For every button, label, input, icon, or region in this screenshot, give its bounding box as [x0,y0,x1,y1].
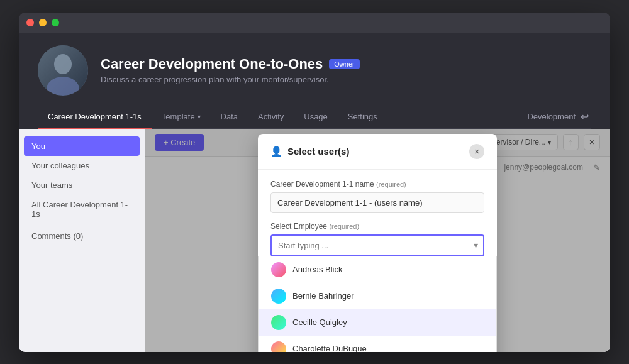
tab-career-dev[interactable]: Career Development 1-1s [38,106,152,129]
career-name-input[interactable] [270,192,484,213]
modal-title: 👤 Select user(s) [270,146,349,157]
nav-right: Development ↩ [527,111,591,123]
sidebar-item-colleagues[interactable]: Your colleagues [19,156,145,175]
modal-body: Career Development 1-1 name (required) S… [258,170,497,352]
avatar-image [38,45,88,96]
page-title: Career Development One-to-Ones Owner [101,56,360,72]
content-area: + Create Supervisor / Dire... ▾ ↑ × jenn… [145,129,610,352]
modal-close-button[interactable]: × [469,144,484,159]
title-bar [19,13,610,33]
employee-select-wrapper: ▾ [270,234,484,256]
dropdown-item[interactable]: Charolette DuBuque [259,336,496,352]
header-content: Career Development One-to-Ones Owner Dis… [38,45,591,96]
employee-search-input[interactable] [270,234,484,256]
users-icon: 👤 [270,146,282,157]
maximize-button[interactable] [52,19,59,26]
main-content: You Your colleagues Your teams All Caree… [19,129,610,352]
employee-dropdown: Andreas BlickBernie BahringerCecille Qui… [258,256,497,352]
career-name-label: Career Development 1-1 name (required) [270,180,484,189]
employee-label: Select Employee (required) [270,222,484,231]
chevron-down-icon: ▾ [198,113,201,120]
comments-section: Comments (0) [19,224,145,248]
tab-data[interactable]: Data [211,106,248,129]
user-name: Cecille Quigley [292,317,347,327]
nav-left: Career Development 1-1s Template ▾ Data … [38,106,387,128]
svg-point-1 [54,54,72,74]
nav-tabs: Career Development 1-1s Template ▾ Data … [38,106,591,129]
sidebar: You Your colleagues Your teams All Caree… [19,129,145,352]
minimize-button[interactable] [39,19,47,26]
owner-badge: Owner [329,59,359,69]
user-avatar [271,262,286,277]
back-icon[interactable]: ↩ [581,111,589,123]
close-button[interactable] [26,19,34,26]
tab-activity[interactable]: Activity [248,106,294,129]
header-description: Discuss a career progression plan with y… [101,75,360,84]
tab-usage[interactable]: Usage [294,106,338,129]
header-text: Career Development One-to-Ones Owner Dis… [101,56,360,84]
header-section: Career Development One-to-Ones Owner Dis… [19,33,610,129]
dropdown-item[interactable]: Bernie Bahringer [259,283,496,309]
user-avatar [271,289,286,304]
sidebar-item-teams[interactable]: Your teams [19,175,145,195]
dev-label: Development [527,112,576,121]
app-window: Career Development One-to-Ones Owner Dis… [19,13,610,352]
sidebar-item-you[interactable]: You [24,136,140,156]
user-name: Bernie Bahringer [292,291,354,301]
required-indicator: (required) [376,180,406,188]
header-avatar [38,45,88,96]
select-users-modal: 👤 Select user(s) × Career Development 1-… [258,134,497,352]
user-avatar [271,341,286,352]
employee-required: (required) [329,223,359,230]
dropdown-item[interactable]: Andreas Blick [259,256,496,283]
user-avatar [271,315,286,330]
modal-header: 👤 Select user(s) × [258,134,497,170]
user-name: Charolette DuBuque [292,344,367,352]
dropdown-item[interactable]: Cecille Quigley [259,309,496,336]
tab-settings[interactable]: Settings [338,106,387,129]
sidebar-item-all[interactable]: All Career Development 1-1s [19,195,145,224]
modal-overlay[interactable]: 👤 Select user(s) × Career Development 1-… [145,129,610,352]
tab-template[interactable]: Template ▾ [152,106,211,129]
user-name: Andreas Blick [292,265,342,274]
